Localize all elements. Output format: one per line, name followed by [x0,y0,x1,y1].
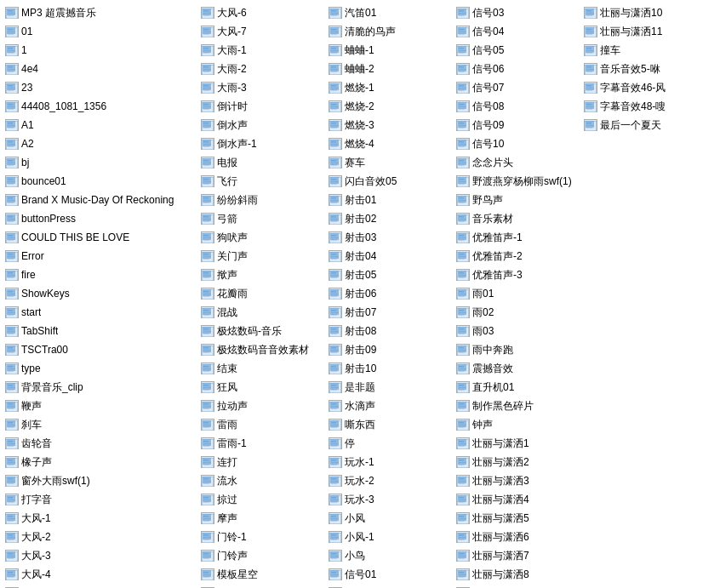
list-item[interactable]: 纷纷斜雨 [197,191,325,209]
list-item[interactable]: 窗外大雨swf(1) [2,471,197,490]
list-item[interactable]: 优雅笛声-3 [453,265,580,284]
list-item[interactable]: 大风-6 [197,3,325,22]
list-item[interactable]: Error [2,247,197,265]
list-item[interactable]: 雨01 [453,284,580,303]
list-item[interactable]: 44408_1081_1356 [2,97,197,116]
list-item[interactable]: 壮丽与潇洒3 [453,471,580,490]
list-item[interactable]: 大雨-2 [197,60,325,78]
list-item[interactable]: 信号06 [453,60,580,78]
list-item[interactable]: start [2,303,197,322]
list-item[interactable]: 信号03 [453,3,580,22]
list-item[interactable]: 壮丽与潇洒2 [453,453,580,471]
list-item[interactable]: 壮丽与潇洒7 [453,546,580,565]
list-item[interactable]: 倒水声-1 [197,134,325,153]
list-item[interactable]: 射击10 [325,359,453,378]
list-item[interactable]: A1 [2,116,197,134]
list-item[interactable]: 水滴声 [325,397,453,415]
list-item[interactable]: 玩水-3 [325,490,453,509]
list-item[interactable]: 飞行 [197,172,325,191]
list-item[interactable]: 射击08 [325,322,453,340]
list-item[interactable]: 倒计时 [197,97,325,116]
list-item[interactable]: 射击04 [325,247,453,265]
list-item[interactable]: 大风-4 [2,565,197,584]
list-item[interactable]: 拉动声 [197,397,325,415]
list-item[interactable]: 钟声 [453,415,580,434]
list-item[interactable]: 小风-1 [325,528,453,546]
list-item[interactable]: 花瓣雨 [197,284,325,303]
list-item[interactable]: 音乐音效5-咻 [580,60,720,78]
list-item[interactable]: 23 [2,78,197,97]
list-item[interactable]: 蛐蛐-2 [325,60,453,78]
list-item[interactable]: 汽笛01 [325,3,453,22]
list-item[interactable]: fire [2,265,197,284]
list-item[interactable]: 野渡燕穿杨柳雨swf(1) [453,172,580,191]
list-item[interactable]: 雷雨-1 [197,434,325,453]
list-item[interactable]: 门铃声 [197,546,325,565]
list-item[interactable]: 蛐蛐-1 [325,41,453,60]
list-item[interactable]: 大风-5 [2,584,197,588]
list-item[interactable]: 燃烧-2 [325,97,453,116]
list-item[interactable]: 摩声 [197,509,325,528]
list-item[interactable]: 大风-7 [197,22,325,41]
list-item[interactable]: 壮丽与潇洒5 [453,509,580,528]
list-item[interactable]: 大雨-1 [197,41,325,60]
list-item[interactable]: 野鸟声 [453,191,580,209]
list-item[interactable]: 射击03 [325,228,453,247]
list-item[interactable]: 射击06 [325,284,453,303]
list-item[interactable]: 打字音 [2,490,197,509]
list-item[interactable]: 震撼音效 [453,359,580,378]
list-item[interactable]: 射击02 [325,209,453,228]
list-item[interactable]: 大雨-3 [197,78,325,97]
list-item[interactable]: 4e4 [2,60,197,78]
list-item[interactable]: 玩水-1 [325,453,453,471]
list-item[interactable]: 优雅笛声-1 [453,228,580,247]
list-item[interactable]: A2 [2,134,197,153]
list-item[interactable]: 停 [325,434,453,453]
list-item[interactable]: 信号02 [325,584,453,588]
list-item[interactable]: 小鸟 [325,546,453,565]
list-item[interactable]: 赛车 [325,153,453,172]
list-item[interactable]: 大风-2 [2,528,197,546]
list-item[interactable]: 橡子声 [2,453,197,471]
list-item[interactable]: 壮丽与潇洒9 [453,584,580,588]
list-item[interactable]: bj [2,153,197,172]
list-item[interactable]: 壮丽与潇洒6 [453,528,580,546]
list-item[interactable]: 燃烧-1 [325,78,453,97]
list-item[interactable]: 门铃-1 [197,528,325,546]
list-item[interactable]: 连打 [197,453,325,471]
list-item[interactable]: 齿轮音 [2,434,197,453]
list-item[interactable]: 大风-1 [2,509,197,528]
list-item[interactable]: 撞车 [580,41,720,60]
list-item[interactable]: 极炫数码音音效素材 [197,340,325,359]
list-item[interactable]: 最后一个夏天 [580,116,720,134]
list-item[interactable]: 雨03 [453,322,580,340]
list-item[interactable]: 射击01 [325,191,453,209]
list-item[interactable]: 混战 [197,303,325,322]
list-item[interactable]: 字幕音效46-风 [580,78,720,97]
list-item[interactable]: 电报 [197,153,325,172]
list-item[interactable]: 壮丽与潇洒1 [453,434,580,453]
list-item[interactable]: 字幕音效48-嗖 [580,97,720,116]
list-item[interactable]: 关门声 [197,247,325,265]
list-item[interactable]: 1 [2,41,197,60]
list-item[interactable]: 狗吠声 [197,228,325,247]
list-item[interactable]: ShowKeys [2,284,197,303]
list-item[interactable]: 鸟声 [197,584,325,588]
list-item[interactable]: 背景音乐_clip [2,378,197,397]
list-item[interactable]: 信号01 [325,565,453,584]
list-item[interactable]: 弓箭 [197,209,325,228]
list-item[interactable]: 刹车 [2,415,197,434]
list-item[interactable]: 信号05 [453,41,580,60]
list-item[interactable]: 信号07 [453,78,580,97]
list-item[interactable]: 倒水声 [197,116,325,134]
list-item[interactable]: COULD THIS BE LOVE [2,228,197,247]
list-item[interactable]: 闪白音效05 [325,172,453,191]
list-item[interactable]: 掠过 [197,490,325,509]
list-item[interactable]: TabShift [2,322,197,340]
list-item[interactable]: Brand X Music-Day Of Reckoning [2,191,197,209]
list-item[interactable]: 大风-3 [2,546,197,565]
list-item[interactable]: 嘶东西 [325,415,453,434]
list-item[interactable]: 音乐素材 [453,209,580,228]
list-item[interactable]: 小风 [325,509,453,528]
list-item[interactable]: 优雅笛声-2 [453,247,580,265]
